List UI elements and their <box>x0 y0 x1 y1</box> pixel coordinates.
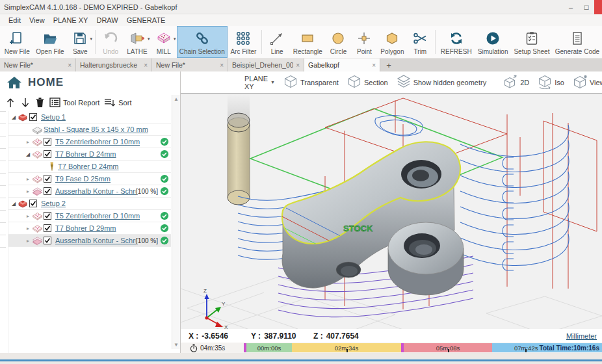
document-tab-0[interactable]: New File*× <box>0 58 76 72</box>
expand-icon[interactable]: ▸ <box>24 188 32 194</box>
tree-row[interactable]: ▸Ausserhalb Kontur - Schruppen[100 %] <box>8 235 171 247</box>
expand-icon[interactable]: ▸ <box>24 139 32 145</box>
trim-button[interactable]: Trim <box>407 26 433 58</box>
row-checkbox[interactable] <box>44 187 51 195</box>
close-button[interactable] <box>594 0 602 14</box>
row-checkbox[interactable] <box>44 150 51 158</box>
setup-sheet-button[interactable]: Setup Sheet <box>511 26 553 58</box>
tree-item-label[interactable]: T7 Bohrer D 24mm <box>55 150 116 158</box>
tab-close-icon[interactable]: × <box>293 62 300 69</box>
units-link[interactable]: Millimeter <box>566 332 597 340</box>
scene-canvas[interactable]: STOCK Z Y X <box>181 94 602 329</box>
tree-scrollbar[interactable]: ▲ ▼ <box>172 95 180 349</box>
timeline-segment-2[interactable]: 02m:34s <box>292 343 401 352</box>
tree-row[interactable]: T7 Bohrer D 24mm <box>8 161 171 173</box>
tree-row[interactable]: ◢Setup 2 <box>8 198 171 210</box>
row-checkbox[interactable] <box>44 237 51 244</box>
generate-code-button[interactable]: Generate Code <box>553 26 602 58</box>
row-checkbox[interactable] <box>44 138 51 146</box>
document-tab-1[interactable]: Halterungsbruecke× <box>76 58 152 72</box>
maximize-button[interactable]: □ <box>579 0 594 14</box>
row-checkbox[interactable] <box>44 224 51 232</box>
scroll-down-icon[interactable]: ▼ <box>174 342 179 348</box>
rectangle-button[interactable]: Rectangle <box>290 26 325 58</box>
document-tab-3[interactable]: Beispiel_Drehen_001× <box>228 58 304 72</box>
row-checkbox[interactable] <box>29 113 37 121</box>
tree-item-label[interactable]: Setup 2 <box>41 200 66 207</box>
collapse-icon[interactable]: ◢ <box>10 114 18 120</box>
tool-report-button[interactable]: Tool Report <box>49 98 99 107</box>
lathe-button[interactable]: ▼LATHE <box>124 26 151 58</box>
new-file-button[interactable]: New File <box>1 26 33 58</box>
document-tab-2[interactable]: New File*× <box>152 58 228 72</box>
open-file-button[interactable]: Open File <box>33 26 68 58</box>
tree-item-label[interactable]: Setup 1 <box>41 113 66 121</box>
save-button[interactable]: ▼Save <box>67 26 93 58</box>
tree-item-label[interactable]: Ausserhalb Kontur - Schruppen <box>55 187 136 195</box>
tree-row[interactable]: ▸T9 Fase D 25mm <box>8 173 171 185</box>
chain-selection-button[interactable]: Chain Selection <box>177 26 228 58</box>
polygon-button[interactable]: Polygon <box>377 26 407 58</box>
mill-button[interactable]: ▼MILL <box>151 26 177 58</box>
row-checkbox[interactable] <box>44 175 51 183</box>
expand-icon[interactable]: ▸ <box>24 238 32 244</box>
document-tab-4[interactable]: Gabelkopf× <box>304 58 380 72</box>
tree-item-label[interactable]: T5 Zentrierbohrer D 10mm <box>55 212 140 220</box>
tab-close-icon[interactable]: × <box>369 62 376 69</box>
tab-close-icon[interactable]: × <box>141 62 148 69</box>
viewport-3d[interactable]: STOCK Z Y X <box>181 93 602 328</box>
move-down-icon[interactable] <box>20 97 31 109</box>
view-show-hidden-geometry-button[interactable]: Show hidden geometry <box>397 74 487 90</box>
tree-item-label[interactable]: Stahl - Square 85 x 145 x 70 mm <box>44 125 148 133</box>
refresh-button[interactable]: REFRESH <box>438 26 475 58</box>
tab-close-icon[interactable]: × <box>65 62 72 69</box>
simulation-button[interactable]: Simulation <box>475 26 511 58</box>
timeline-segment-5[interactable]: 07m:42sTotal Time:10m:16s <box>492 343 602 352</box>
menu-item-edit[interactable]: Edit <box>8 16 21 24</box>
delete-icon[interactable] <box>35 97 45 108</box>
tree-row[interactable]: ▸T5 Zentrierbohrer D 10mm <box>8 210 171 222</box>
point-button[interactable]: Point <box>351 26 377 58</box>
menu-item-generate[interactable]: GENERATE <box>127 16 166 24</box>
row-checkbox[interactable] <box>29 200 37 207</box>
row-checkbox[interactable] <box>44 212 51 220</box>
tree-row[interactable]: Stahl - Square 85 x 145 x 70 mm <box>8 124 171 136</box>
undo-button[interactable]: Undo <box>98 26 124 58</box>
expand-icon[interactable]: ▸ <box>24 226 32 231</box>
tree-item-label[interactable]: T9 Fase D 25mm <box>55 175 111 183</box>
timeline-segment-4[interactable]: 05m:08s <box>404 343 492 352</box>
timeline-segment-1[interactable]: 00m:00s <box>246 343 292 352</box>
new-tab-button[interactable]: + <box>380 58 397 72</box>
menu-item-draw[interactable]: DRAW <box>96 16 118 24</box>
timeline-track[interactable]: 00m:00s02m:34s05m:08s07m:42sTotal Time:1… <box>244 343 602 352</box>
view-view-cube-button[interactable]: View Cube <box>573 74 602 90</box>
circle-button[interactable]: Circle <box>325 26 351 58</box>
arc-filter-button[interactable]: Arc Filter <box>228 26 260 58</box>
tab-close-icon[interactable]: × <box>217 62 224 69</box>
tree-row[interactable]: ◢T7 Bohrer D 24mm <box>8 148 171 161</box>
view-iso-button[interactable]: Iso <box>538 74 564 90</box>
view-transparent-button[interactable]: Transparent <box>283 74 339 90</box>
menu-item-view[interactable]: View <box>29 16 45 24</box>
tree-item-label[interactable]: T7 Bohrer D 24mm <box>58 162 119 170</box>
line-button[interactable]: Line <box>264 26 290 58</box>
tree-item-label[interactable]: T5 Zentrierbohrer D 10mm <box>55 138 140 146</box>
scroll-up-icon[interactable]: ▲ <box>174 96 179 102</box>
tree-row[interactable]: ▸T7 Bohrer D 29mm <box>8 222 171 235</box>
tree-row[interactable]: ▸Ausserhalb Kontur - Schruppen[100 %] <box>8 185 171 198</box>
view-2d-button[interactable]: 2D <box>503 74 529 90</box>
expand-icon[interactable]: ▸ <box>24 213 32 219</box>
minimize-button[interactable]: – <box>563 0 579 14</box>
sort-button[interactable]: Sort <box>104 98 131 108</box>
move-up-icon[interactable] <box>5 97 16 109</box>
tree-row[interactable]: ◢Setup 1 <box>8 111 171 124</box>
tree-item-label[interactable]: Ausserhalb Kontur - Schruppen <box>55 237 136 244</box>
expand-icon[interactable]: ▸ <box>24 176 32 182</box>
view-section-button[interactable]: Section <box>347 74 388 90</box>
tree-item-label[interactable]: T7 Bohrer D 29mm <box>55 224 116 232</box>
tree-row[interactable]: ▸T5 Zentrierbohrer D 10mm <box>8 136 171 148</box>
menu-item-plane-xy[interactable]: PLANE XY <box>53 16 88 24</box>
collapse-icon[interactable]: ◢ <box>10 201 18 207</box>
collapse-icon[interactable]: ◢ <box>24 151 32 157</box>
dropdown-caret-icon[interactable]: ▼ <box>89 37 93 41</box>
